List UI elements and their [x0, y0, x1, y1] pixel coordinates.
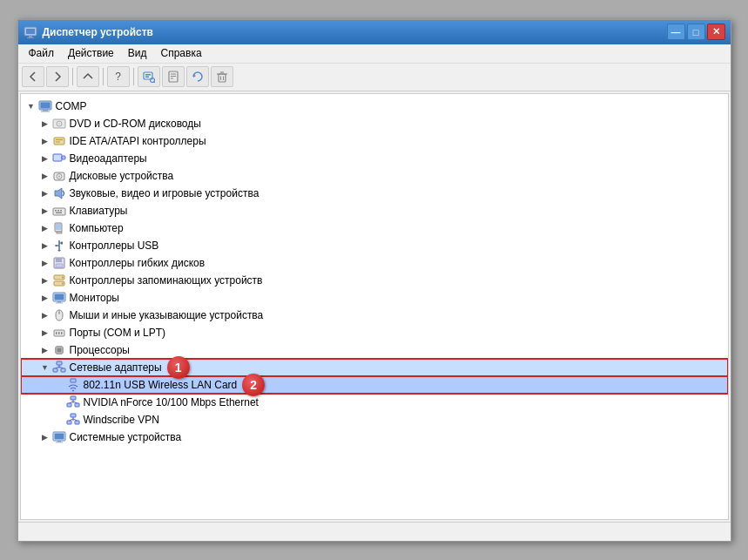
tree-item-video[interactable]: ▶ Видеоадаптеры [21, 150, 728, 167]
audio-expander[interactable]: ▶ [38, 186, 52, 200]
maximize-button[interactable]: □ [687, 24, 705, 40]
usb-expander[interactable]: ▶ [38, 239, 52, 253]
svg-rect-2 [29, 36, 32, 37]
tree-item-computer[interactable]: ▶ Компьютер [21, 219, 728, 237]
menu-bar: Файл Действие Вид Справка [18, 44, 731, 64]
tree-item-audio[interactable]: ▶ Звуковые, видео и игровые устройства [21, 185, 728, 202]
net2-label: NVIDIA nForce 10/100 Mbps Ethernet [84, 396, 259, 408]
tree-item-usb[interactable]: ▶ Контроллеры USB [21, 237, 728, 254]
minimize-button[interactable]: — [667, 24, 685, 40]
tree-item-floppy[interactable]: ▶ Контроллеры гибких дисков [21, 254, 728, 272]
tree-item-ports[interactable]: ▶ Порты (COM и LPT) [21, 324, 728, 341]
network-expander[interactable]: ▼ [38, 361, 52, 374]
tree-root[interactable]: ▼ COMP [21, 98, 728, 115]
keyboard-expander[interactable]: ▶ [38, 204, 52, 218]
floppy-label: Контроллеры гибких дисков [70, 257, 206, 269]
up-button[interactable] [77, 66, 99, 87]
cpu-expander[interactable]: ▶ [38, 343, 52, 357]
svg-point-55 [62, 276, 64, 278]
wireless-icon [66, 378, 80, 392]
svg-rect-96 [67, 421, 71, 424]
mouse-icon [52, 308, 66, 322]
svg-rect-95 [71, 414, 76, 417]
storage-icon [52, 273, 66, 287]
mouse-expander[interactable]: ▶ [38, 308, 52, 322]
mouse-label: Мыши и иные указывающие устройства [70, 309, 264, 321]
tree-item-system[interactable]: ▶ Системные устройства [21, 428, 728, 446]
tree-item-monitors[interactable]: ▶ Мониторы [21, 289, 728, 307]
tree-item-net3[interactable]: Windscribe VPN [21, 411, 728, 428]
monitors-label: Мониторы [70, 292, 119, 304]
monitor-icon [52, 291, 66, 305]
ide-expander[interactable]: ▶ [38, 134, 52, 148]
vpn-icon [66, 413, 80, 427]
tree-item-keyboard[interactable]: ▶ Клавиатуры [21, 202, 728, 219]
monitors-expander[interactable]: ▶ [38, 291, 52, 305]
menu-file[interactable]: Файл [22, 45, 62, 61]
tree-item-net2[interactable]: NVIDIA nForce 10/100 Mbps Ethernet [21, 394, 728, 411]
computer-label: Компьютер [70, 222, 124, 234]
computer-expander[interactable]: ▶ [38, 221, 52, 235]
menu-view[interactable]: Вид [121, 45, 154, 61]
root-expander[interactable]: ▼ [24, 99, 38, 113]
cpu-label: Процессоры [70, 344, 131, 356]
net3-label: Windscribe VPN [84, 414, 159, 426]
audio-label: Звуковые, видео и игровые устройства [70, 187, 259, 199]
svg-point-88 [72, 389, 74, 391]
disk-expander[interactable]: ▶ [38, 169, 52, 183]
svg-rect-40 [56, 212, 62, 213]
back-button[interactable] [22, 66, 44, 87]
properties-button[interactable] [162, 66, 185, 87]
help-button[interactable]: ? [107, 66, 130, 87]
sep3 [133, 68, 134, 85]
update-button[interactable] [186, 66, 209, 87]
tree-item-disk[interactable]: ▶ Дисковые устройства [21, 167, 728, 185]
tree-item-network[interactable]: ▼ Сетевые адаптеры 1 [21, 359, 728, 376]
svg-rect-91 [75, 403, 79, 407]
menu-action[interactable]: Действие [61, 45, 121, 61]
svg-point-25 [58, 123, 60, 125]
menu-help[interactable]: Справка [154, 45, 209, 61]
svg-point-62 [58, 312, 60, 314]
ports-expander[interactable]: ▶ [38, 326, 52, 340]
pc-icon [52, 221, 66, 235]
keyboard-label: Клавиатуры [70, 205, 128, 217]
svg-rect-89 [71, 396, 76, 400]
svg-rect-64 [56, 332, 57, 334]
svg-rect-29 [53, 154, 62, 161]
video-expander[interactable]: ▶ [38, 152, 52, 165]
storage-expander[interactable]: ▶ [38, 273, 52, 287]
svg-rect-3 [27, 37, 34, 38]
tree-item-mouse[interactable]: ▶ Мыши и иные указывающие устройства [21, 307, 728, 324]
svg-rect-102 [54, 433, 64, 439]
cpu-icon [52, 343, 66, 357]
svg-rect-26 [54, 138, 64, 145]
svg-rect-90 [67, 403, 71, 407]
tree-item-dvd[interactable]: ▶ DVD и CD-ROM дисководы [21, 115, 728, 132]
tree-item-ide[interactable]: ▶ IDE ATA/ATAPI контроллеры [21, 132, 728, 150]
forward-button[interactable] [46, 66, 69, 87]
tree-item-net1[interactable]: 802.11n USB Wireless LAN Card 2 [21, 376, 728, 394]
svg-rect-58 [54, 293, 64, 300]
net1-label: 802.11n USB Wireless LAN Card [84, 379, 238, 391]
storage-label: Контроллеры запоминающих устройств [70, 274, 263, 287]
svg-rect-48 [55, 245, 57, 246]
floppy-expander[interactable]: ▶ [38, 256, 52, 270]
svg-rect-59 [57, 301, 61, 303]
svg-rect-46 [61, 241, 63, 244]
window-title: Диспетчер устройств [43, 26, 153, 38]
tree-item-storage[interactable]: ▶ Контроллеры запоминающих устройств [21, 272, 728, 289]
tree-item-cpu[interactable]: ▶ Процес [21, 341, 728, 359]
svg-rect-65 [58, 332, 60, 334]
scan-button[interactable] [138, 66, 160, 87]
svg-rect-22 [41, 111, 50, 111]
close-button[interactable]: ✕ [707, 24, 725, 40]
device-tree[interactable]: ▼ COMP ▶ DVD и CD-ROM дис [20, 93, 729, 520]
video-label: Видеоадаптеры [70, 152, 147, 165]
system-expander[interactable]: ▶ [38, 430, 52, 444]
title-controls: — □ ✕ [667, 24, 725, 40]
uninstall-button[interactable] [211, 66, 233, 87]
svg-rect-6 [145, 77, 149, 78]
dvd-expander[interactable]: ▶ [38, 117, 52, 131]
computer-icon [38, 99, 52, 113]
